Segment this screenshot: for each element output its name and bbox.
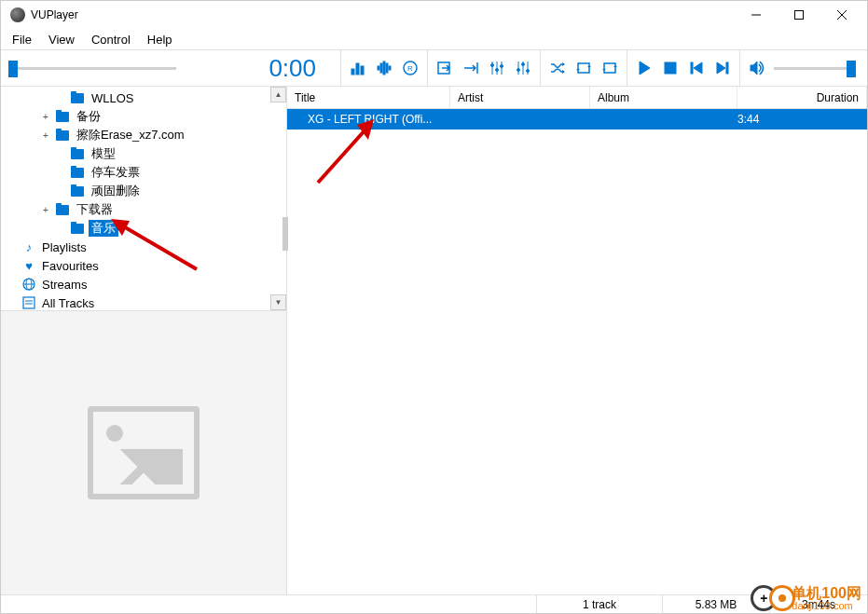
tree-folder[interactable]: WLLOS (1, 89, 286, 107)
folder-icon (70, 184, 85, 198)
track-row[interactable]: XG - LEFT RIGHT (Offi... 3:44 (287, 109, 867, 130)
splitter-handle[interactable] (282, 217, 288, 251)
svg-point-21 (501, 65, 503, 68)
heart-icon: ♥ (21, 259, 36, 273)
watermark: + 单机100网 danji100.com (751, 585, 861, 611)
svg-rect-9 (383, 61, 385, 75)
folder-icon (55, 110, 70, 123)
toolbar: 0:00 R (1, 49, 867, 87)
svg-rect-34 (23, 297, 34, 308)
time-display: 0:00 (245, 54, 320, 83)
header-duration[interactable]: Duration (737, 87, 867, 108)
close-button[interactable] (820, 1, 863, 29)
svg-text:R: R (407, 64, 413, 73)
svg-rect-7 (378, 66, 379, 70)
tracklist-panel: Title Artist Album Duration XG - LEFT RI… (287, 87, 867, 594)
statusbar: 1 track 5.83 MB 3m44s (1, 594, 867, 614)
svg-point-27 (527, 70, 530, 73)
svg-point-20 (496, 69, 499, 72)
menu-help[interactable]: Help (140, 31, 180, 48)
play-button[interactable] (632, 56, 656, 80)
header-title[interactable]: Title (287, 87, 450, 108)
bars-icon[interactable] (346, 56, 370, 80)
volume-icon[interactable] (745, 56, 769, 80)
shuffle-icon[interactable] (545, 56, 570, 80)
folder-tree[interactable]: ▲ WLLOS +备份 +擦除Erase_xz7.com 模型 停车发票 顽固删… (1, 87, 286, 310)
window-title: VUPlayer (31, 8, 735, 21)
tracklist-body[interactable]: XG - LEFT RIGHT (Offi... 3:44 (287, 109, 867, 594)
tree-folder[interactable]: 停车发票 (1, 163, 286, 182)
tree-folder[interactable]: +备份 (1, 107, 286, 126)
folder-icon (70, 147, 85, 160)
folder-icon (70, 91, 85, 104)
watermark-text: 单机100网 (792, 586, 861, 601)
prev-button[interactable] (684, 56, 709, 80)
maximize-button[interactable] (778, 1, 820, 29)
tree-folder-selected[interactable]: 音乐 (1, 219, 286, 238)
svg-rect-29 (691, 62, 693, 74)
track-title: XG - LEFT RIGHT (Offi... (287, 113, 450, 126)
menu-view[interactable]: View (41, 31, 82, 48)
titlebar: VUPlayer (1, 1, 867, 29)
svg-rect-30 (726, 62, 728, 74)
tree-folder[interactable]: 模型 (1, 144, 286, 163)
sidebar-streams[interactable]: Streams (1, 275, 286, 293)
svg-rect-4 (351, 69, 354, 75)
folder-icon (55, 203, 70, 216)
repeat-one-icon[interactable] (598, 56, 622, 80)
waveform-icon[interactable] (372, 56, 396, 80)
tree-folder[interactable]: 顽固删除 (1, 182, 286, 200)
globe-icon (21, 278, 36, 291)
scroll-down-button[interactable]: ▼ (270, 294, 286, 310)
svg-rect-8 (380, 63, 382, 73)
watermark-logo-icon: + (751, 585, 788, 611)
svg-rect-6 (361, 66, 364, 75)
eq2-icon[interactable] (511, 56, 535, 80)
seek-slider[interactable] (8, 59, 176, 77)
volume-slider[interactable] (774, 59, 856, 77)
loudness-icon[interactable]: R (398, 56, 422, 80)
menu-control[interactable]: Control (84, 31, 138, 48)
header-album[interactable]: Album (590, 87, 737, 108)
svg-rect-11 (389, 66, 391, 70)
import-icon[interactable] (433, 56, 457, 80)
folder-icon (70, 166, 85, 179)
scroll-up-button[interactable]: ▲ (270, 87, 286, 102)
svg-rect-28 (665, 62, 676, 74)
svg-rect-10 (386, 63, 388, 73)
tree-folder[interactable]: +下载器 (1, 200, 286, 219)
content-area: ▲ WLLOS +备份 +擦除Erase_xz7.com 模型 停车发票 顽固删… (1, 87, 867, 594)
expand-icon[interactable]: + (40, 205, 51, 215)
menubar: File View Control Help (1, 29, 867, 49)
svg-point-26 (522, 63, 525, 66)
svg-point-25 (517, 69, 520, 72)
album-art-panel (1, 310, 286, 594)
expand-icon[interactable]: + (40, 130, 51, 141)
folder-icon (70, 222, 85, 235)
repeat-icon[interactable] (572, 56, 596, 80)
eq-icon[interactable] (485, 56, 509, 80)
minimize-button[interactable] (735, 1, 778, 29)
sidebar: ▲ WLLOS +备份 +擦除Erase_xz7.com 模型 停车发票 顽固删… (1, 87, 287, 594)
tree-folder[interactable]: +擦除Erase_xz7.com (1, 126, 286, 144)
tracklist-header: Title Artist Album Duration (287, 87, 867, 109)
sidebar-playlists[interactable]: ♪Playlists (1, 238, 286, 256)
status-tracks: 1 track (536, 595, 662, 614)
track-duration: 3:44 (737, 113, 867, 126)
watermark-url: danji100.com (792, 601, 861, 611)
note-icon: ♪ (21, 240, 36, 254)
expand-icon[interactable]: + (40, 112, 51, 122)
sidebar-all-tracks[interactable]: All Tracks (1, 293, 286, 310)
svg-rect-5 (356, 63, 359, 75)
image-placeholder-icon (88, 406, 200, 499)
sidebar-favourites[interactable]: ♥Favourites (1, 256, 286, 275)
header-artist[interactable]: Artist (450, 87, 590, 108)
list-icon (21, 296, 36, 309)
next-button[interactable] (710, 56, 735, 80)
folder-icon (55, 129, 70, 142)
app-icon (10, 7, 25, 22)
svg-point-19 (491, 64, 494, 67)
export-icon[interactable] (459, 56, 483, 80)
menu-file[interactable]: File (5, 31, 39, 48)
stop-button[interactable] (658, 56, 682, 80)
